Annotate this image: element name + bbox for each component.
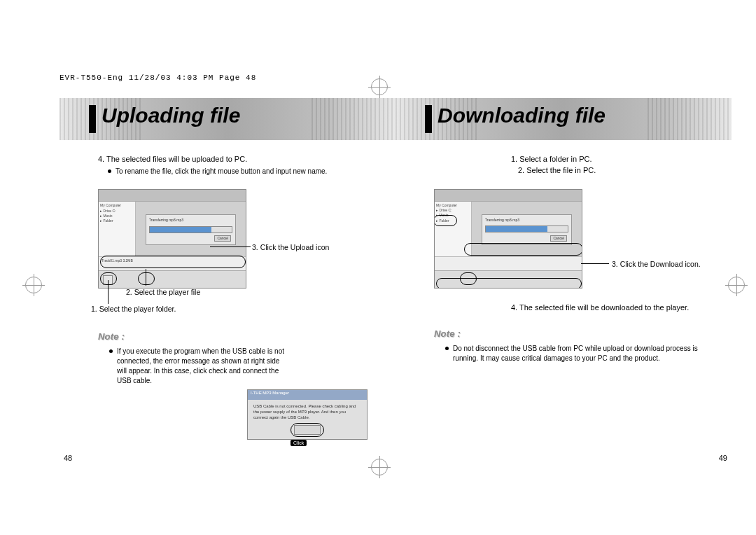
callout-player-file: 2. Select the player file — [126, 287, 200, 298]
step-text: 2. Select the file in PC. — [518, 165, 710, 176]
note-text: If you execute the program when the USB … — [109, 347, 374, 386]
page-title: Uploading file — [102, 104, 240, 127]
note-text: Do not disconnect the USB cable from PC … — [445, 344, 710, 363]
page-left: Uploading file 4. The selected files wil… — [59, 98, 396, 462]
page-title: Downloading file — [438, 104, 606, 127]
sub-note: To rename the file, click the right mous… — [108, 167, 374, 177]
header-print-info: EVR-T550-Eng 11/28/03 4:03 PM Page 48 — [59, 74, 256, 82]
screenshot-upload: My Computer▸ Drive C:▸ Music▸ Folder Tra… — [98, 189, 246, 289]
step-text: 4. The selected files will be uploaded t… — [98, 154, 374, 165]
callout-player-folder: 1. Select the player folder. — [91, 304, 176, 314]
crop-mark-icon — [371, 78, 388, 95]
crop-mark-icon — [25, 277, 42, 293]
banner-right: Downloading file — [396, 98, 732, 140]
callout-upload-icon: 3. Click the Upload icon — [252, 242, 329, 253]
note-label: Note : — [98, 331, 374, 344]
banner-left: Uploading file — [59, 98, 396, 140]
click-label: Click — [290, 440, 307, 446]
page-number-left: 48 — [64, 454, 72, 462]
error-title: I-THE MP3 Manager — [248, 390, 367, 400]
screenshot-download: My Computer▸ Drive C:▸ Music▸ Folder Tra… — [434, 189, 582, 289]
page-spread: Uploading file 4. The selected files wil… — [59, 98, 732, 462]
note-label: Note : — [434, 328, 710, 341]
error-dialog: I-THE MP3 Manager USB Cable is not conne… — [247, 389, 368, 440]
error-message: USB Cable is not connected. Please check… — [248, 400, 367, 424]
page-number-right: 49 — [719, 454, 727, 462]
step-text: 4. The selected file will be downloaded … — [511, 303, 693, 314]
page-right: Downloading file 1. Select a folder in P… — [396, 98, 732, 462]
callout-download-icon: 3. Click the Download icon. — [612, 259, 701, 270]
step-text: 1. Select a folder in PC. — [511, 154, 710, 165]
